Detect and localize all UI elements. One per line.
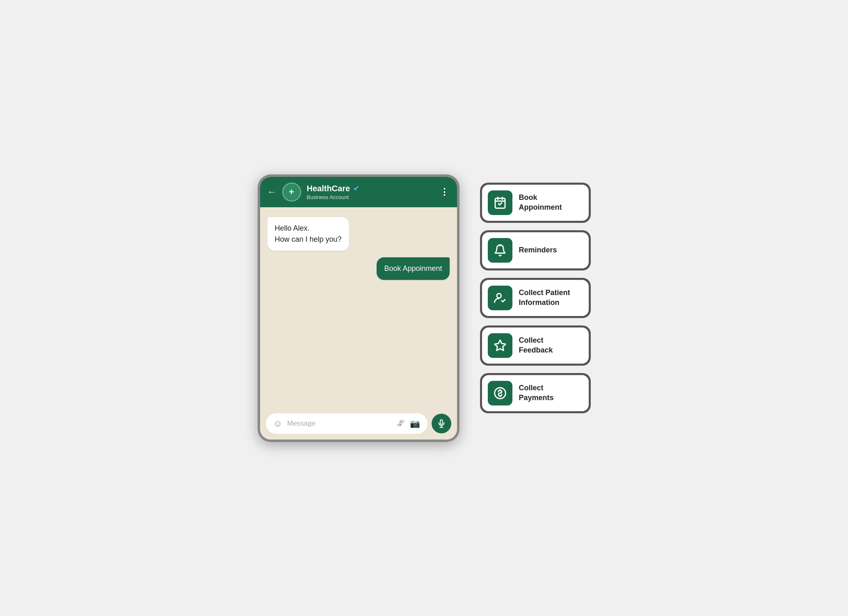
main-container: ← + HealthCare ✔ Business Account ⋮ Hell… [258, 174, 591, 442]
feature-card-wrapper-reminders: Reminders [480, 230, 591, 270]
patient-info-icon-box [488, 286, 512, 310]
feature-card-book[interactable]: BookAppoinment [482, 185, 589, 221]
feature-card-patient[interactable]: Collect PatientInformation [482, 280, 589, 316]
features-column: BookAppoinment Reminders [459, 174, 591, 413]
dollar-icon [494, 387, 507, 400]
camera-icon[interactable]: 📷 [410, 419, 420, 428]
payments-label: CollectPayments [519, 383, 554, 403]
patient-info-label: Collect PatientInformation [519, 288, 570, 307]
header-subtitle: Business Account [307, 194, 434, 200]
feature-card-wrapper-book: BookAppoinment [480, 183, 591, 223]
chat-input-bar: ☺ Message 🖇 📷 [260, 409, 457, 440]
app-name: HealthCare [307, 184, 350, 193]
outgoing-message: Book Appoinment [377, 257, 449, 280]
book-appointment-icon-box [488, 190, 512, 215]
chat-body: Hello Alex. How can I help you? Book App… [260, 207, 457, 409]
payments-icon-box [488, 381, 512, 405]
attach-icon[interactable]: 🖇 [397, 419, 405, 428]
header-name-row: HealthCare ✔ [307, 184, 434, 193]
message-input-field[interactable]: ☺ Message 🖇 📷 [266, 413, 427, 434]
reminders-icon-box [488, 238, 512, 263]
header-info: HealthCare ✔ Business Account [307, 184, 434, 200]
incoming-message: Hello Alex. How can I help you? [267, 217, 349, 251]
menu-button[interactable]: ⋮ [440, 187, 450, 197]
chat-header: ← + HealthCare ✔ Business Account ⋮ [260, 177, 457, 207]
feedback-icon-box [488, 333, 512, 358]
svg-point-8 [497, 293, 501, 298]
user-check-icon [494, 291, 507, 305]
phone-wrapper: ← + HealthCare ✔ Business Account ⋮ Hell… [258, 174, 459, 442]
feature-card-wrapper-payments: CollectPayments [480, 373, 591, 413]
svg-marker-9 [494, 340, 505, 350]
book-appointment-label: BookAppoinment [519, 193, 562, 212]
star-icon [494, 339, 507, 352]
mic-icon [437, 419, 446, 428]
mic-button[interactable] [432, 414, 451, 433]
calendar-check-icon [494, 196, 507, 209]
bell-icon [494, 244, 507, 257]
emoji-icon[interactable]: ☺ [273, 418, 282, 429]
svg-rect-3 [495, 198, 505, 208]
feature-card-wrapper-feedback: CollectFeedback [480, 325, 591, 366]
phone-inner: ← + HealthCare ✔ Business Account ⋮ Hell… [260, 177, 457, 440]
back-button[interactable]: ← [267, 187, 277, 197]
verified-badge: ✔ [353, 184, 359, 193]
feature-card-feedback[interactable]: CollectFeedback [482, 327, 589, 364]
feedback-label: CollectFeedback [519, 336, 553, 355]
input-placeholder: Message [287, 419, 392, 428]
feature-card-wrapper-patient: Collect PatientInformation [480, 278, 591, 318]
reminders-label: Reminders [519, 245, 557, 255]
avatar: + [282, 183, 301, 202]
svg-rect-0 [440, 419, 443, 424]
feature-card-reminders[interactable]: Reminders [482, 232, 589, 268]
feature-card-payments[interactable]: CollectPayments [482, 375, 589, 411]
